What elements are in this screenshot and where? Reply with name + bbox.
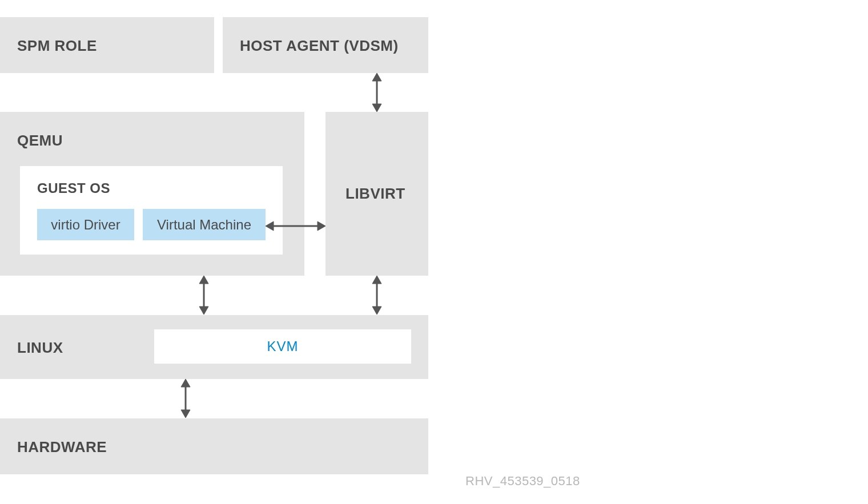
linux-label: LINUX	[17, 339, 63, 357]
svg-marker-5	[318, 221, 326, 231]
svg-marker-11	[372, 307, 381, 315]
footer-label: RHV_453539_0518	[465, 474, 580, 489]
svg-marker-1	[372, 73, 381, 81]
arrow-linux-hardware	[179, 379, 192, 418]
virtio-driver-box: virtio Driver	[37, 209, 134, 240]
svg-marker-13	[181, 379, 190, 387]
svg-marker-4	[266, 221, 274, 231]
svg-marker-10	[372, 276, 381, 284]
host-agent-block: HOST AGENT (VDSM)	[223, 17, 428, 73]
architecture-diagram: SPM ROLE HOST AGENT (VDSM) QEMU GUEST OS…	[0, 0, 571, 504]
qemu-label: QEMU	[17, 132, 63, 150]
svg-marker-8	[199, 307, 208, 315]
virtual-machine-box: Virtual Machine	[143, 209, 266, 240]
kvm-box: KVM	[154, 329, 411, 364]
host-agent-label: HOST AGENT (VDSM)	[240, 37, 399, 55]
qemu-block: QEMU GUEST OS virtio Driver Virtual Mach…	[0, 112, 304, 276]
spm-role-label: SPM ROLE	[17, 37, 97, 55]
spm-role-block: SPM ROLE	[0, 17, 214, 73]
virtio-driver-label: virtio Driver	[51, 217, 120, 233]
arrow-hostagent-libvirt	[370, 73, 384, 112]
libvirt-label: LIBVIRT	[345, 185, 405, 203]
svg-marker-7	[199, 276, 208, 284]
arrow-qemu-linux	[197, 276, 211, 315]
svg-marker-2	[372, 104, 381, 112]
guest-os-box: GUEST OS virtio Driver Virtual Machine	[20, 166, 283, 255]
kvm-label: KVM	[267, 338, 298, 354]
libvirt-block: LIBVIRT	[326, 112, 428, 276]
arrow-libvirt-linux	[370, 276, 384, 315]
guest-os-label: GUEST OS	[37, 180, 110, 196]
svg-marker-14	[181, 410, 190, 418]
arrow-guestos-libvirt	[266, 219, 326, 233]
linux-block: LINUX KVM	[0, 315, 428, 379]
hardware-block: HARDWARE	[0, 418, 428, 474]
virtual-machine-label: Virtual Machine	[157, 217, 251, 233]
hardware-label: HARDWARE	[17, 438, 107, 456]
